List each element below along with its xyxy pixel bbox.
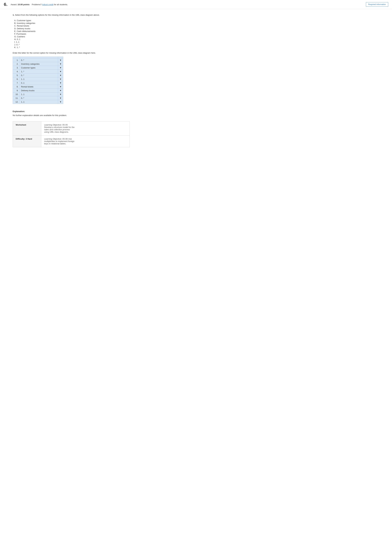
option-letter: A.	[14, 19, 16, 22]
dropdown-cell[interactable]: Delivery trucks	[20, 89, 58, 92]
answer-select-8[interactable]: Rental tickets	[21, 85, 57, 88]
info-row: Difficulty: 3 HardLearning Objective: 05…	[13, 136, 130, 147]
list-item: A. Customer types	[14, 19, 379, 22]
dropdown-arrow-icon[interactable]: ▼	[58, 70, 63, 74]
required-info-button[interactable]: Required information	[366, 2, 388, 7]
row-number: 12.	[13, 100, 20, 104]
answer-select-10[interactable]: 1..1	[21, 93, 57, 96]
adjust-credit-link[interactable]: Adjust credit	[42, 3, 53, 6]
option-letter: E.	[14, 30, 16, 32]
option-text: Cash disbursements	[17, 30, 35, 32]
explanation-title: Explanation:	[13, 110, 379, 113]
dropdown-arrow-icon[interactable]: ▼	[58, 100, 63, 104]
dropdown-arrow-icon[interactable]: ▼	[58, 74, 63, 77]
dropdown-row: 5.0..*▼	[13, 74, 63, 77]
enter-instruction: Enter the letter for the correct option …	[13, 52, 379, 54]
info-label: Difficulty: 3 Hard	[13, 136, 41, 147]
dropdown-cell[interactable]: 0..*	[20, 74, 58, 77]
dropdown-row: 7.0..1▼	[13, 81, 63, 85]
dropdown-cell[interactable]: 1..1	[20, 77, 58, 81]
dropdown-arrow-icon[interactable]: ▼	[58, 96, 63, 100]
row-number: 7.	[13, 81, 20, 85]
dropdown-arrow-icon[interactable]: ▼	[58, 85, 63, 89]
option-letter: D.	[14, 27, 16, 30]
dropdown-row: 6.1..1▼	[13, 77, 63, 81]
option-letter: G.	[14, 35, 16, 38]
option-letter: B.	[14, 22, 16, 24]
answer-select-2[interactable]: Inventory categories	[21, 63, 57, 65]
dropdown-row: 10.1..1▼	[13, 92, 63, 96]
option-letter: H.	[14, 38, 16, 41]
list-item: F. Purchases	[14, 33, 379, 35]
dropdown-arrow-icon[interactable]: ▼	[58, 58, 63, 62]
answer-select-6[interactable]: 1..1	[21, 78, 57, 80]
page-header: 6. Award: 10.00 points Problems? Adjust …	[0, 0, 392, 9]
option-text: Rental tickets	[17, 25, 29, 27]
dropdown-cell[interactable]: 1..1	[20, 92, 58, 96]
row-number: 9.	[13, 89, 20, 92]
option-text: 0..*	[16, 43, 20, 46]
dropdown-row: 3.Customer types▼	[13, 66, 63, 70]
answer-select-1[interactable]: 0..*	[21, 59, 57, 61]
dropdown-cell[interactable]: 0..*	[20, 58, 58, 62]
dropdown-cell[interactable]: Customer types	[20, 66, 58, 70]
question-num-label: 1.	[13, 14, 14, 16]
row-number: 11.	[13, 96, 20, 100]
dropdown-cell[interactable]: 0..1	[20, 81, 58, 85]
list-item: E. Cash disbursements	[14, 30, 379, 32]
option-letter: I.	[14, 41, 15, 43]
answer-select-11[interactable]: 0..*	[21, 97, 57, 99]
list-item: B. Inventory categories	[14, 22, 379, 24]
option-letter: C.	[14, 25, 16, 27]
dropdown-cell[interactable]: Rental tickets	[20, 85, 58, 89]
dropdown-cell[interactable]: 1..1	[20, 100, 58, 104]
dropdown-row: 11.0..*▼	[13, 96, 63, 100]
info-table: WorksheetLearning Objective: 05-05 Devel…	[13, 121, 130, 147]
answer-select-12[interactable]: 1..1	[21, 101, 57, 103]
dropdown-row: 8.Rental tickets▼	[13, 85, 63, 89]
dropdown-cell[interactable]: Inventory categories	[20, 62, 58, 66]
list-item: I. 1..1	[14, 41, 379, 43]
row-number: 3.	[13, 66, 20, 70]
award-points: 10.00 points	[18, 3, 29, 6]
instruction-text: Select from the following options for th…	[15, 14, 100, 16]
explanation-text: No further explanation details are avail…	[13, 114, 379, 117]
row-number: 6.	[13, 77, 20, 81]
info-value: Learning Objective: 05-05 Develop a stru…	[41, 121, 130, 136]
dropdown-row: 9.Delivery trucks▼	[13, 89, 63, 92]
option-letter: J.	[14, 43, 16, 46]
row-number: 4.	[13, 70, 20, 74]
answer-select-3[interactable]: Customer types	[21, 67, 57, 69]
dropdown-row: 4.1..*▼	[13, 70, 63, 74]
dropdown-arrow-icon[interactable]: ▼	[58, 92, 63, 96]
dropdown-arrow-icon[interactable]: ▼	[58, 66, 63, 70]
list-item: H. 0..1	[14, 38, 379, 41]
dropdown-row: 12.1..1▼	[13, 100, 63, 104]
list-item: C. Rental tickets	[14, 25, 379, 27]
dropdown-cell[interactable]: 1..*	[20, 70, 58, 74]
answer-select-4[interactable]: 1..*	[21, 70, 57, 73]
dropdown-arrow-icon[interactable]: ▼	[58, 89, 63, 92]
for-all-students-text: for all students.	[54, 3, 68, 6]
award-text: Award: 10.00 points Problems? Adjust cre…	[11, 3, 366, 6]
answer-select-7[interactable]: 0..1	[21, 82, 57, 84]
list-item: J. 0..*	[14, 43, 379, 46]
options-list: A. Customer types B. Inventory categorie…	[13, 19, 379, 48]
dropdown-arrow-icon[interactable]: ▼	[58, 81, 63, 85]
answer-select-9[interactable]: Delivery trucks	[21, 89, 57, 92]
option-letter: F.	[14, 33, 16, 35]
dropdown-cell[interactable]: 0..*	[20, 96, 58, 100]
dropdown-row: 2.Inventory categories▼	[13, 62, 63, 66]
option-text: 1..*	[17, 46, 20, 48]
option-letter: K.	[14, 46, 16, 48]
list-item: K. 1..*	[14, 46, 379, 48]
dropdown-arrow-icon[interactable]: ▼	[58, 62, 63, 66]
option-text: Inventory categories	[17, 22, 35, 24]
dropdown-arrow-icon[interactable]: ▼	[58, 77, 63, 81]
main-content: 1. Select from the following options for…	[0, 9, 392, 152]
row-number: 5.	[13, 74, 20, 77]
info-label: Worksheet	[13, 121, 41, 136]
dropdown-table: 1.0..*▼2.Inventory categories▼3.Customer…	[13, 57, 63, 104]
option-text: Purchases	[16, 33, 26, 35]
answer-select-5[interactable]: 0..*	[21, 74, 57, 76]
